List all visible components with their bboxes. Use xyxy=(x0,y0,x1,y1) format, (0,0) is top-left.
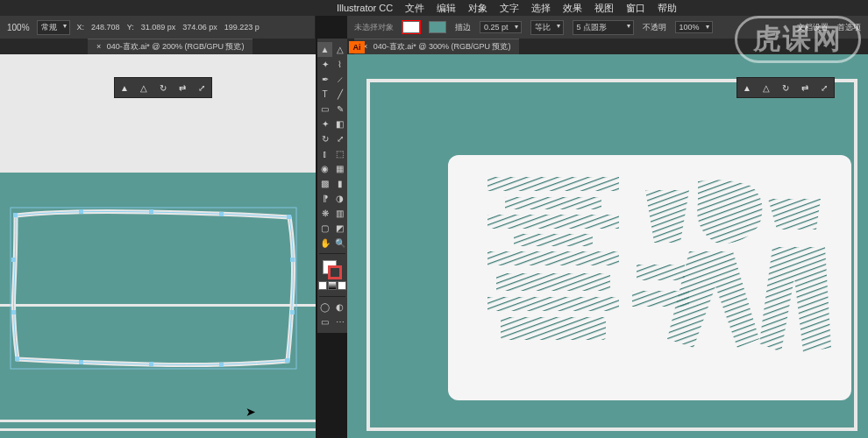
svg-rect-13 xyxy=(11,258,16,262)
coord-y[interactable]: 31.089 px xyxy=(141,23,176,32)
close-tab-icon[interactable]: × xyxy=(96,42,101,51)
float-select-icon[interactable]: ▲ xyxy=(740,81,754,95)
canvas-right[interactable] xyxy=(347,54,868,438)
svg-rect-19 xyxy=(514,234,593,246)
app-name: Illustrator CC xyxy=(337,3,393,13)
dropdown-mode[interactable]: 常规 xyxy=(37,20,70,35)
document-tab-right[interactable]: × 040-喜欢.ai* @ 300% (RGB/GPU 预览) xyxy=(354,39,519,54)
svg-rect-8 xyxy=(219,363,224,367)
graph-tool[interactable]: ▥ xyxy=(332,206,347,221)
floating-toolbar-right[interactable]: ▲ △ ↻ ⇄ ⤢ xyxy=(736,77,835,98)
screen-mode[interactable]: ▭ xyxy=(317,314,332,329)
float-rotate-icon[interactable]: ↻ xyxy=(779,81,793,95)
coord-h[interactable]: 199.223 p xyxy=(224,23,260,32)
menu-help[interactable]: 帮助 xyxy=(658,2,677,15)
canvas-left[interactable]: ➤ xyxy=(0,54,316,438)
opacity-label: 不透明 xyxy=(643,22,666,33)
magic-wand-tool[interactable]: ✦ xyxy=(317,57,332,72)
coord-x-label: X: xyxy=(77,23,85,32)
document-tab-left[interactable]: × 040-喜欢.ai* @ 200% (RGB/GPU 预览) xyxy=(88,39,253,54)
free-transform-tool[interactable]: ⬚ xyxy=(332,146,347,161)
curvature-tool[interactable]: ⟋ xyxy=(332,72,347,87)
svg-rect-12 xyxy=(11,310,16,314)
float-select-icon[interactable]: ▲ xyxy=(117,81,132,95)
fill-swatch[interactable] xyxy=(402,21,420,33)
menu-type[interactable]: 文字 xyxy=(500,2,519,15)
menu-effect[interactable]: 效果 xyxy=(563,2,582,15)
perspective-tool[interactable]: ▦ xyxy=(332,161,347,176)
artboard-tool[interactable]: ▢ xyxy=(317,221,332,236)
opacity-field[interactable]: 100% xyxy=(675,21,713,33)
menu-edit[interactable]: 编辑 xyxy=(437,2,456,15)
menu-window[interactable]: 窗口 xyxy=(626,2,645,15)
float-scale-icon[interactable]: ⤢ xyxy=(817,81,831,95)
scale-tool[interactable]: ⤢ xyxy=(332,131,347,146)
gradient-tool[interactable]: ▮ xyxy=(332,176,347,191)
svg-rect-1 xyxy=(79,209,83,214)
menu-file[interactable]: 文件 xyxy=(405,2,424,15)
stroke-weight-field[interactable]: 0.25 pt xyxy=(480,21,522,33)
svg-rect-3 xyxy=(219,212,224,216)
hand-tool[interactable]: ✋ xyxy=(317,236,332,251)
blend-tool[interactable]: ◑ xyxy=(332,191,347,206)
menu-bar: Illustrator CC 文件 编辑 对象 文字 选择 效果 视图 窗口 帮… xyxy=(0,0,868,16)
svg-rect-6 xyxy=(290,310,295,314)
svg-rect-9 xyxy=(149,362,153,366)
stroke-color-box[interactable] xyxy=(328,265,342,279)
shaper-tool[interactable]: ✦ xyxy=(317,117,332,131)
menu-object[interactable]: 对象 xyxy=(468,2,487,15)
float-reflect-icon[interactable]: ⇄ xyxy=(798,81,812,95)
float-direct-icon[interactable]: △ xyxy=(759,81,773,95)
eraser-tool[interactable]: ◧ xyxy=(332,117,347,131)
svg-rect-22 xyxy=(487,297,619,311)
fill-stroke-control[interactable] xyxy=(317,257,347,293)
no-selection-label: 未选择对象 xyxy=(354,22,394,33)
float-reflect-icon[interactable]: ⇄ xyxy=(175,81,189,95)
gradient-mode-btn[interactable] xyxy=(328,281,337,290)
menu-view[interactable]: 视图 xyxy=(594,2,614,15)
brush-tool[interactable]: ✎ xyxy=(332,102,347,117)
tool-panel: ▲△ ✦⌇ ✒⟋ T╱ ▭✎ ✦◧ ↻⤢ ⫿⬚ ◉▦ ▩▮ ⁋◑ ❋▥ ▢◩ ✋… xyxy=(317,39,347,333)
shape-builder-tool[interactable]: ◉ xyxy=(317,161,332,176)
lasso-tool[interactable]: ⌇ xyxy=(332,57,347,72)
eyedropper-tool[interactable]: ⁋ xyxy=(317,191,332,206)
type-tool[interactable]: T xyxy=(317,87,332,102)
mesh-tool[interactable]: ▩ xyxy=(317,176,332,191)
svg-rect-4 xyxy=(287,215,291,219)
rectangle-tool[interactable]: ▭ xyxy=(317,102,332,117)
coord-y-label: Y: xyxy=(127,23,134,32)
menu-select[interactable]: 选择 xyxy=(531,2,551,15)
width-tool[interactable]: ⫿ xyxy=(317,146,332,161)
edit-toolbar[interactable]: ⋯ xyxy=(332,314,347,329)
draw-normal[interactable]: ◯ xyxy=(317,300,332,314)
svg-rect-25 xyxy=(632,291,689,307)
zoom-tool[interactable]: 🔍 xyxy=(332,236,347,251)
cursor-icon: ➤ xyxy=(245,405,256,419)
svg-rect-5 xyxy=(290,258,295,262)
svg-rect-7 xyxy=(285,358,289,363)
svg-rect-18 xyxy=(487,215,619,229)
none-mode-btn[interactable] xyxy=(338,281,346,290)
color-mode-btn[interactable] xyxy=(318,281,327,290)
draw-behind[interactable]: ◐ xyxy=(332,300,347,314)
zoom-level[interactable]: 100% xyxy=(7,23,30,32)
symbol-sprayer-tool[interactable]: ❋ xyxy=(317,206,332,221)
float-rotate-icon[interactable]: ↻ xyxy=(156,81,170,95)
coord-w[interactable]: 374.06 px xyxy=(182,23,217,32)
brush-style-dropdown[interactable]: 5 点圆形 xyxy=(573,20,634,35)
float-scale-icon[interactable]: ⤢ xyxy=(195,81,209,95)
stripe-3 xyxy=(0,428,316,431)
uniform-dropdown[interactable]: 等比 xyxy=(530,20,564,35)
pen-tool[interactable]: ✒ xyxy=(317,72,332,87)
stroke-label: 描边 xyxy=(455,22,471,33)
selection-tool[interactable]: ▲ xyxy=(317,42,332,57)
line-tool[interactable]: ╱ xyxy=(332,87,347,102)
floating-toolbar-left[interactable]: ▲ △ ↻ ⇄ ⤢ xyxy=(114,77,212,98)
coord-x[interactable]: 248.708 xyxy=(91,23,120,32)
stroke-swatch[interactable] xyxy=(429,21,446,33)
float-direct-icon[interactable]: △ xyxy=(137,81,151,95)
direct-selection-tool[interactable]: △ xyxy=(332,42,347,57)
slice-tool[interactable]: ◩ xyxy=(332,221,347,236)
rotate-tool[interactable]: ↻ xyxy=(317,131,332,146)
selected-rough-rectangle[interactable] xyxy=(9,205,298,371)
